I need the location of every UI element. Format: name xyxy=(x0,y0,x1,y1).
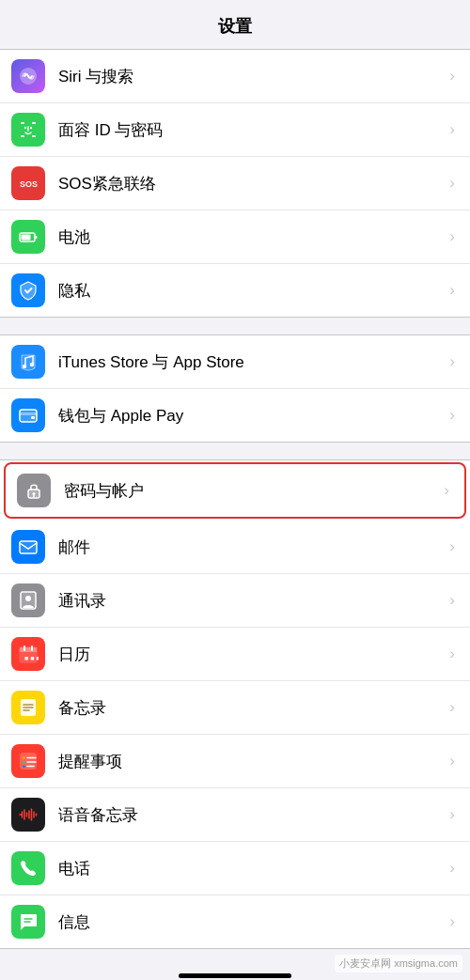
section-store: iTunes Store 与 App Store › 钱包与 Apple Pay… xyxy=(0,334,470,443)
row-reminders[interactable]: 提醒事项 › xyxy=(0,735,470,788)
chevron-icon: › xyxy=(449,406,455,425)
page-title: 设置 xyxy=(0,0,470,49)
mail-icon xyxy=(11,530,45,564)
chevron-icon: › xyxy=(449,859,455,878)
row-siri[interactable]: Siri 与搜索 › xyxy=(0,50,470,103)
notes-label: 备忘录 xyxy=(58,697,444,719)
battery-label: 电池 xyxy=(58,226,444,248)
row-passwords[interactable]: 密码与帐户 › xyxy=(4,462,466,519)
chevron-icon: › xyxy=(449,537,455,556)
reminders-label: 提醒事项 xyxy=(58,751,444,772)
contacts-label: 通讯录 xyxy=(58,590,444,612)
svg-point-12 xyxy=(23,365,26,368)
svg-rect-20 xyxy=(20,541,37,553)
section-apps: 密码与帐户 › 邮件 › 通讯录 › xyxy=(0,459,470,949)
svg-point-33 xyxy=(23,756,25,759)
siri-icon xyxy=(11,59,45,93)
battery-icon xyxy=(11,220,45,254)
chevron-icon: › xyxy=(449,174,455,193)
svg-text:■ ■ ■: ■ ■ ■ xyxy=(24,655,39,661)
chevron-icon: › xyxy=(444,481,449,500)
row-voicememo[interactable]: 语音备忘录 › xyxy=(0,788,470,842)
svg-point-34 xyxy=(23,761,25,764)
svg-rect-10 xyxy=(35,236,38,239)
section-system: Siri 与搜索 › 面容 ID 与密码 › SOS SOS紧急联络 › xyxy=(0,49,470,318)
row-sos[interactable]: SOS SOS紧急联络 › xyxy=(0,157,470,210)
sos-icon: SOS xyxy=(11,166,45,200)
row-wallet[interactable]: 钱包与 Apple Pay › xyxy=(0,389,470,442)
home-bar xyxy=(179,973,291,978)
row-notes[interactable]: 备忘录 › xyxy=(0,681,470,735)
messages-label: 信息 xyxy=(58,911,444,933)
wallet-label: 钱包与 Apple Pay xyxy=(58,405,444,427)
svg-rect-11 xyxy=(22,235,31,241)
phone-label: 电话 xyxy=(58,858,444,879)
svg-rect-3 xyxy=(21,135,24,137)
voicememo-label: 语音备忘录 xyxy=(58,804,444,826)
itunes-label: iTunes Store 与 App Store xyxy=(58,351,444,373)
faceid-label: 面容 ID 与密码 xyxy=(58,119,444,141)
row-battery[interactable]: 电池 › xyxy=(0,210,470,264)
siri-label: Siri 与搜索 xyxy=(58,66,444,87)
privacy-label: 隐私 xyxy=(58,280,444,302)
row-faceid[interactable]: 面容 ID 与密码 › xyxy=(0,103,470,157)
row-mail[interactable]: 邮件 › xyxy=(0,521,470,574)
phone-icon xyxy=(11,851,45,885)
faceid-icon xyxy=(11,113,45,147)
mail-label: 邮件 xyxy=(58,537,444,558)
notes-icon xyxy=(11,691,45,724)
svg-point-6 xyxy=(30,127,32,129)
svg-point-18 xyxy=(33,492,36,495)
chevron-icon: › xyxy=(449,591,455,610)
itunes-icon xyxy=(11,345,45,379)
wallet-icon xyxy=(11,398,45,432)
svg-rect-1 xyxy=(21,122,24,124)
chevron-icon: › xyxy=(449,912,455,931)
svg-point-5 xyxy=(24,127,26,129)
chevron-icon: › xyxy=(449,805,455,824)
privacy-icon xyxy=(11,273,45,307)
chevron-icon: › xyxy=(449,645,455,663)
chevron-icon: › xyxy=(449,352,455,371)
calendar-icon: ■ ■ ■ xyxy=(11,637,45,671)
svg-point-13 xyxy=(30,363,34,366)
svg-text:SOS: SOS xyxy=(20,179,38,189)
svg-rect-16 xyxy=(31,416,35,419)
row-messages[interactable]: 信息 › xyxy=(0,895,470,948)
row-privacy[interactable]: 隐私 › xyxy=(0,264,470,317)
svg-rect-2 xyxy=(32,122,36,124)
voicememo-icon xyxy=(11,798,45,832)
calendar-label: 日历 xyxy=(58,644,444,665)
row-contacts[interactable]: 通讯录 › xyxy=(0,574,470,628)
svg-point-35 xyxy=(23,765,25,768)
chevron-icon: › xyxy=(449,698,455,717)
row-phone[interactable]: 电话 › xyxy=(0,842,470,895)
chevron-icon: › xyxy=(449,752,455,770)
watermark: 小麦安卓网 xmsigma.com xyxy=(335,955,462,972)
chevron-icon: › xyxy=(449,120,455,139)
reminders-icon xyxy=(11,744,45,778)
contacts-icon xyxy=(11,583,45,617)
passwords-icon xyxy=(17,474,51,507)
svg-rect-14 xyxy=(20,410,37,422)
messages-icon xyxy=(11,905,45,939)
chevron-icon: › xyxy=(449,227,455,246)
row-itunes[interactable]: iTunes Store 与 App Store › xyxy=(0,335,470,389)
svg-rect-15 xyxy=(20,412,37,415)
sos-label: SOS紧急联络 xyxy=(58,173,444,194)
svg-point-22 xyxy=(25,596,31,601)
chevron-icon: › xyxy=(449,281,455,300)
svg-rect-4 xyxy=(32,135,36,137)
passwords-label: 密码与帐户 xyxy=(64,480,438,502)
svg-rect-24 xyxy=(20,647,37,652)
svg-rect-32 xyxy=(20,753,37,770)
chevron-icon: › xyxy=(449,67,455,86)
row-calendar[interactable]: ■ ■ ■ 日历 › xyxy=(0,628,470,681)
